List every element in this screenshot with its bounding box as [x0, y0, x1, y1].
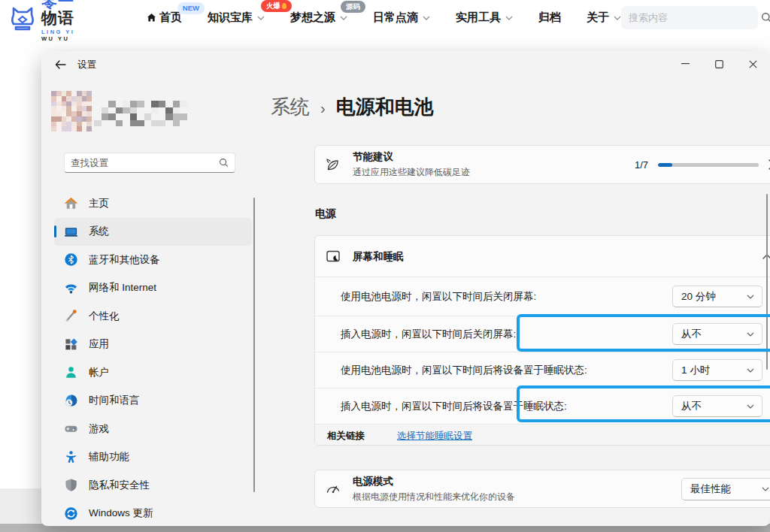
- window-title: 设置: [77, 59, 96, 71]
- sidebar-item-gaming[interactable]: 游戏: [54, 415, 252, 443]
- apps-icon: [64, 337, 78, 352]
- chevron-down-icon: [614, 16, 621, 20]
- nav-item-label: 梦想之源: [290, 11, 335, 25]
- sidebar-item-home[interactable]: 主页: [54, 189, 252, 218]
- sidebar-item-label: 时间和语言: [89, 394, 140, 407]
- nav-item-dreams[interactable]: 梦想之源 源码: [290, 11, 347, 25]
- sidebar-item-label: 网络和 Internet: [89, 281, 156, 295]
- dropdown-value: 1 小时: [681, 364, 710, 377]
- sidebar-item-time-language[interactable]: 时间和语言: [54, 387, 252, 416]
- power-mode-card: 电源模式 根据电源使用情况和性能来优化你的设备 最佳性能: [314, 470, 770, 508]
- dropdown-value: 最佳性能: [690, 482, 731, 496]
- chevron-down-icon: [340, 16, 347, 20]
- sidebar-item-privacy[interactable]: 隐私和安全性: [54, 471, 252, 500]
- setting-label: 使用电池电源时，闲置以下时间后将设备置于睡眠状态:: [341, 364, 672, 377]
- setting-row-battery-sleep: 使用电池电源时，闲置以下时间后将设备置于睡眠状态: 1 小时: [315, 352, 770, 388]
- energy-recommendations-card[interactable]: 节能建议 通过应用这些建议降低碳足迹 1/7: [314, 145, 770, 184]
- screen-sleep-icon: [325, 248, 341, 264]
- screen-and-sleep-card: 屏幕和睡眠 使用电池电源时，闲置以下时间后关闭屏幕: 20 分钟 插入电源时，闲…: [314, 235, 770, 446]
- setting-label: 插入电源时，闲置以下时间后关闭屏幕:: [341, 328, 672, 341]
- sidebar-item-apps[interactable]: 应用: [54, 331, 252, 359]
- screen-and-sleep-header[interactable]: 屏幕和睡眠: [315, 236, 770, 277]
- gamepad-icon: [64, 422, 78, 436]
- energy-progress-fill: [658, 163, 672, 167]
- related-links-label: 相关链接: [327, 430, 365, 443]
- energy-progress-label: 1/7: [635, 159, 648, 171]
- user-name-censored: [94, 101, 187, 126]
- setting-label: 使用电池电源时，闲置以下时间后关闭屏幕:: [341, 290, 672, 304]
- wifi-icon: [64, 281, 78, 295]
- battery-screen-off-dropdown[interactable]: 20 分钟: [672, 286, 762, 307]
- sidebar-item-label: 隐私和安全性: [89, 479, 150, 492]
- nav-item-daily[interactable]: 日常点滴: [373, 11, 430, 25]
- nav-item-home[interactable]: 首页 NEW: [147, 11, 182, 25]
- nav-item-tools[interactable]: 实用工具: [456, 11, 513, 25]
- energy-card-title: 节能建议: [353, 150, 470, 164]
- nav-item-label: 关于: [587, 11, 609, 25]
- chevron-down-icon: [257, 16, 265, 20]
- sidebar-item-network[interactable]: 网络和 Internet: [54, 274, 252, 303]
- settings-main: 系统 › 电源和电池 节能建议 通过应用这些建议降低碳足迹 1/7: [273, 51, 770, 526]
- dropdown-value: 20 分钟: [681, 290, 716, 304]
- speedometer-icon: [325, 481, 341, 497]
- sidebar-item-windows-update[interactable]: Windows 更新: [54, 500, 252, 527]
- nav-item-about[interactable]: 关于: [587, 11, 621, 25]
- settings-search-box[interactable]: [64, 153, 235, 173]
- site-search-input[interactable]: [629, 12, 761, 23]
- avatar[interactable]: [51, 91, 92, 131]
- battery-sleep-dropdown[interactable]: 1 小时: [672, 359, 762, 381]
- settings-sidebar: 主页 系统 蓝牙和其他设备 网络和 Internet 个性化: [54, 189, 252, 526]
- sidebar-item-personalization[interactable]: 个性化: [54, 302, 252, 331]
- sidebar-item-label: 游戏: [89, 422, 109, 436]
- nav-item-label: 首页: [159, 11, 182, 25]
- sidebar-scrollbar[interactable]: [253, 198, 255, 492]
- back-button[interactable]: [47, 55, 73, 74]
- accessibility-icon: [64, 450, 78, 464]
- sidebar-item-label: 蓝牙和其他设备: [89, 253, 160, 267]
- site-search[interactable]: [621, 6, 758, 29]
- sidebar-item-system[interactable]: 系统: [54, 218, 252, 246]
- chevron-down-icon: [747, 295, 754, 299]
- setting-row-battery-screen-off: 使用电池电源时，闲置以下时间后关闭屏幕: 20 分钟: [315, 277, 770, 316]
- nav-item-archive[interactable]: 归档: [538, 11, 561, 25]
- sidebar-item-accounts[interactable]: 帐户: [54, 358, 252, 387]
- sidebar-item-label: 系统: [89, 225, 109, 238]
- chevron-down-icon: [747, 332, 754, 337]
- dropdown-value: 从不: [681, 328, 702, 341]
- chevron-down-icon: [505, 16, 513, 20]
- search-icon[interactable]: [761, 12, 770, 23]
- person-icon: [64, 365, 78, 379]
- site-logo-text: 零一物语 LING YI WU YU: [41, 0, 88, 42]
- sidebar-item-accessibility[interactable]: 辅助功能: [54, 443, 252, 472]
- power-mode-title: 电源模式: [353, 475, 515, 488]
- settings-search-input[interactable]: [71, 158, 219, 168]
- plugged-sleep-dropdown[interactable]: 从不: [672, 395, 762, 417]
- setting-label: 插入电源时，闲置以下时间后将设备置于睡眠状态:: [341, 400, 672, 413]
- brand-part-dark: 物语: [41, 9, 74, 26]
- nav-item-knowledge[interactable]: 知识宝库 火爆: [208, 11, 265, 25]
- sidebar-item-label: 应用: [89, 337, 109, 351]
- leaf-icon: [325, 156, 341, 173]
- setting-row-plugged-sleep: 插入电源时，闲置以下时间后将设备置于睡眠状态: 从不: [315, 388, 770, 424]
- breadcrumb-separator: ›: [320, 98, 326, 117]
- nav-item-label: 日常点滴: [373, 11, 418, 25]
- energy-progress-bar: [658, 163, 759, 167]
- sidebar-item-label: 个性化: [89, 310, 120, 323]
- plugged-screen-off-dropdown[interactable]: 从不: [672, 323, 762, 345]
- main-scrollbar[interactable]: [766, 194, 768, 370]
- power-mode-dropdown[interactable]: 最佳性能: [681, 478, 770, 500]
- logo-subtitle-dark: WU YU: [41, 35, 69, 42]
- sidebar-item-bluetooth[interactable]: 蓝牙和其他设备: [54, 246, 252, 274]
- sidebar-item-label: 辅助功能: [89, 450, 129, 464]
- site-topnav: 零一物语 LING YI WU YU 首页 NEW 知识宝库 火爆 梦想之源 源…: [0, 0, 770, 35]
- breadcrumb-root[interactable]: 系统: [271, 94, 310, 120]
- site-logo[interactable]: 零一物语 LING YI WU YU: [9, 0, 88, 42]
- energy-sleep-settings-link[interactable]: 选择节能睡眠设置: [397, 430, 472, 443]
- dropdown-value: 从不: [681, 400, 702, 413]
- nav-item-label: 知识宝库: [208, 11, 253, 25]
- logo-subtitle-blue: LING YI: [41, 29, 74, 35]
- search-icon: [219, 158, 229, 168]
- bluetooth-icon: [64, 252, 78, 267]
- nav-item-label: 实用工具: [456, 11, 501, 25]
- chevron-down-icon: [423, 16, 430, 20]
